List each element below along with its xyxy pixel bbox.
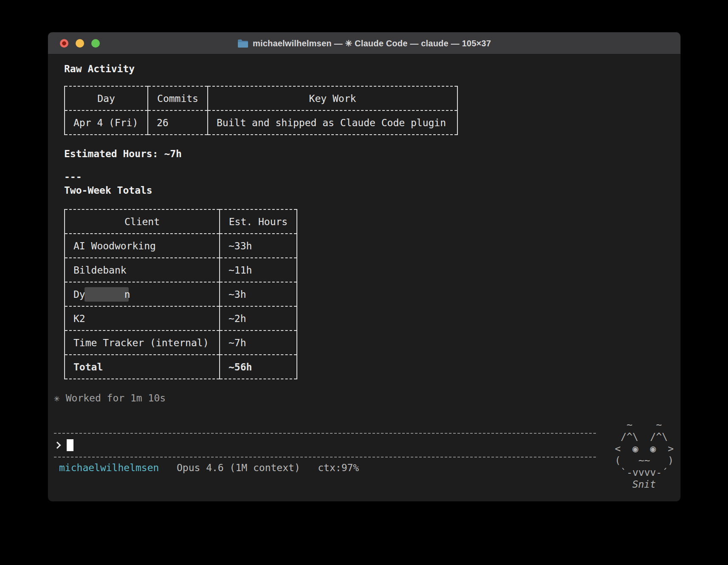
statusbar-model: Opus 4.6 (1M context) — [177, 462, 300, 473]
input-separator-bottom — [54, 457, 596, 458]
table-row: Bildebank ~11h — [65, 258, 297, 282]
activity-commits-cell: 26 — [148, 110, 208, 135]
activity-col-keywork: Key Work — [208, 86, 457, 110]
activity-day-cell: Apr 4 (Fri) — [65, 110, 148, 135]
prompt-chevron-icon — [54, 442, 61, 449]
ascii-pet-art: ~ ~ /^\ /^\ < ◉ ◉ > ( ~~ ) `-vvvv-´ — [609, 419, 674, 478]
hours-cell: ~11h — [220, 258, 297, 282]
table-row-total: Total ~56h — [65, 355, 297, 379]
hours-cell: ~2h — [220, 306, 297, 331]
divider-dashes: --- — [64, 171, 674, 183]
table-row: Apr 4 (Fri) 26 Built and shipped as Clau… — [65, 110, 457, 135]
client-cell: Time Tracker (internal) — [65, 331, 220, 355]
totals-col-hours: Est. Hours — [220, 209, 297, 234]
totals-table: Client Est. Hours AI Woodworking ~33h Bi… — [64, 209, 297, 379]
zoom-button[interactable] — [91, 39, 100, 48]
table-row: AI Woodworking ~33h — [65, 234, 297, 258]
statusbar-context: ctx:97% — [318, 462, 359, 473]
input-separator-top — [54, 433, 596, 434]
totals-col-client: Client — [65, 209, 220, 234]
two-week-totals-heading: Two-Week Totals — [64, 184, 674, 196]
client-cell: Bildebank — [65, 258, 220, 282]
totals-table-header-row: Client Est. Hours — [65, 209, 297, 234]
window-title-group: michaelwilhelmsen — ✳ Claude Code — clau… — [237, 38, 491, 48]
total-label-cell: Total — [65, 355, 220, 379]
table-row: Dyn ~3h — [65, 282, 297, 306]
redaction-box — [85, 287, 129, 302]
terminal-window: michaelwilhelmsen — ✳ Claude Code — clau… — [48, 32, 680, 501]
close-button[interactable] — [60, 39, 68, 48]
ascii-pet: ~ ~ /^\ /^\ < ◉ ◉ > ( ~~ ) `-vvvv-´ Snit — [609, 419, 674, 490]
activity-col-day: Day — [65, 86, 148, 110]
raw-activity-heading: Raw Activity — [64, 63, 674, 75]
text-cursor — [67, 439, 73, 451]
total-hours-cell: ~56h — [220, 355, 297, 379]
minimize-button[interactable] — [76, 39, 84, 48]
traffic-lights — [60, 32, 100, 54]
activity-keywork-cell: Built and shipped as Claude Code plugin — [208, 110, 457, 135]
window-title: michaelwilhelmsen — ✳ Claude Code — clau… — [253, 38, 491, 48]
table-row: Time Tracker (internal) ~7h — [65, 331, 297, 355]
terminal-content: Raw Activity Day Commits Key Work Apr 4 … — [48, 54, 680, 501]
hours-cell: ~3h — [220, 282, 297, 306]
client-name-suffix: n — [124, 289, 130, 300]
client-cell: K2 — [65, 306, 220, 331]
titlebar[interactable]: michaelwilhelmsen — ✳ Claude Code — clau… — [48, 32, 680, 54]
activity-table-header-row: Day Commits Key Work — [65, 86, 457, 110]
client-name-prefix: Dy — [73, 289, 85, 300]
client-cell-redacted: Dyn — [65, 282, 220, 306]
worked-status-message: ✳ Worked for 1m 10s — [54, 392, 674, 404]
prompt-input-line[interactable] — [54, 439, 674, 452]
table-row: K2 ~2h — [65, 306, 297, 331]
ascii-pet-name: Snit — [632, 478, 674, 490]
hours-cell: ~33h — [220, 234, 297, 258]
statusbar-username: michaelwilhelmsen — [59, 462, 159, 473]
client-cell: AI Woodworking — [65, 234, 220, 258]
estimated-hours-line: Estimated Hours: ~7h — [64, 148, 674, 160]
activity-table: Day Commits Key Work Apr 4 (Fri) 26 Buil… — [64, 86, 458, 135]
activity-col-commits: Commits — [148, 86, 208, 110]
status-bar: michaelwilhelmsenOpus 4.6 (1M context)ct… — [59, 462, 674, 474]
hours-cell: ~7h — [220, 331, 297, 355]
folder-icon — [237, 39, 248, 48]
